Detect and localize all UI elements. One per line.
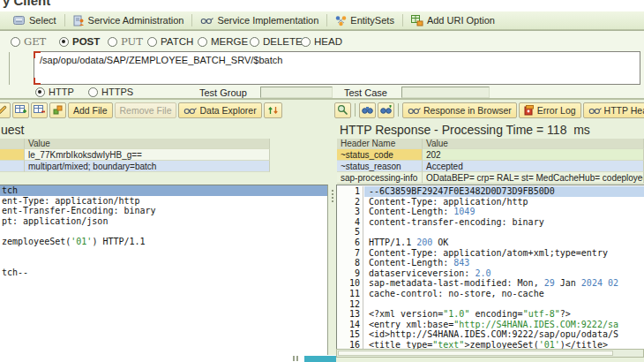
code-line: <?xml version="1.0" encoding="utf-8"?>: [364, 309, 644, 320]
toolbar-item-label: Service Implementation: [217, 15, 318, 26]
table-row[interactable]: multipart/mixed; boundary=batch: [0, 161, 270, 172]
data-explorer-button[interactable]: Data Explorer: [178, 102, 261, 118]
code-line: [364, 299, 644, 310]
radio-icon: [198, 37, 207, 47]
test-case-input[interactable]: [401, 87, 490, 98]
code-line: --6C3859BF29247F0E3482D0D73D9FB50D0: [364, 186, 644, 197]
table-row[interactable]: ~status_code202: [337, 149, 644, 161]
service-administration-icon: [73, 15, 85, 26]
title-bar: y Client: [0, 0, 644, 11]
toolbar-item-entitysets[interactable]: EntitySets: [327, 13, 402, 28]
table-cell: ~status_code: [337, 149, 423, 161]
code-line: ent-Transfer-Encoding: binary: [0, 206, 327, 216]
main-toolbar: SelectService AdministrationService Impl…: [0, 11, 644, 30]
toolbar-item-label: EntitySets: [350, 15, 394, 26]
response-body-editor[interactable]: 12345678910111213141516 --6C3859BF29247F…: [336, 185, 644, 349]
code-line: tch: [0, 185, 327, 196]
panel-toolbars-row: Add File Remove File Data Explorer Respo…: [0, 99, 644, 119]
app-title: y Client: [3, 0, 50, 8]
method-label: GET: [24, 35, 46, 48]
table-cell: ~status_reason: [337, 161, 423, 172]
remove-file-button[interactable]: Remove File: [115, 102, 177, 118]
toolbar-item-add-uri-option[interactable]: Add URI Option: [403, 13, 503, 28]
edit-icon-button[interactable]: [0, 102, 11, 118]
error-log-button[interactable]: Error Log: [519, 102, 581, 118]
table-plus-icon: [15, 104, 27, 116]
radio-icon: [108, 37, 117, 47]
scrollbar-thumb[interactable]: [338, 351, 613, 356]
line-number: 14: [337, 320, 360, 330]
pencil-icon: [0, 105, 8, 116]
divider: [9, 52, 10, 85]
table-cell: 202: [423, 149, 644, 161]
line-number: 13: [337, 309, 360, 320]
method-radio-put[interactable]: PUT: [108, 35, 147, 48]
request-panel-title: uest: [1, 123, 24, 137]
code-line: pt: application/json: [0, 216, 327, 227]
toolbar-item-service-implementation[interactable]: Service Implementation: [192, 13, 326, 28]
method-radio-get[interactable]: GET: [11, 35, 59, 48]
add-file-button[interactable]: Add File: [68, 102, 113, 118]
request-scrollbar-thumb[interactable]: [304, 356, 336, 362]
divider: [355, 103, 356, 117]
protocol-radio-https[interactable]: HTTPS: [88, 87, 133, 97]
error-log-icon: [524, 105, 535, 116]
code-line: Content-Length: 843: [364, 258, 644, 268]
method-radio-delete[interactable]: DELETE: [250, 36, 301, 47]
method-radio-merge[interactable]: MERGE: [198, 36, 250, 47]
line-number: 10: [337, 278, 360, 289]
sort-rows-button[interactable]: [264, 102, 282, 118]
blocks-icon: [53, 105, 64, 116]
table-cell: sap-processing-info: [337, 172, 423, 184]
find-button[interactable]: [359, 102, 376, 118]
request-uri-input[interactable]: /sap/opu/odata/SAP/ZEMPLOYEE_BATCH_SRV/$…: [34, 51, 640, 85]
method-radio-post[interactable]: POST: [59, 36, 108, 47]
code-line: dataserviceversion: 2.0: [364, 268, 644, 279]
protocol-radio-http[interactable]: HTTP: [35, 87, 74, 97]
toolbar-item-label: Select: [29, 15, 56, 26]
insert-row-button[interactable]: [12, 102, 29, 118]
binoculars-icon: [362, 105, 373, 115]
find-next-button[interactable]: [378, 102, 394, 118]
line-number: 15: [337, 329, 360, 340]
request-body-editor[interactable]: tchent-Type: application/httpent-Transfe…: [0, 185, 328, 362]
radio-icon: [147, 37, 157, 47]
method-radio-patch[interactable]: PATCH: [147, 36, 198, 47]
glasses-icon: [588, 106, 602, 115]
glasses-icon: [408, 106, 421, 115]
table-row[interactable]: ~status_reasonAccepted: [337, 161, 644, 172]
line-number-gutter: 12345678910111213141516: [337, 186, 363, 349]
panel-splitter[interactable]: [329, 185, 336, 362]
method-label: POST: [72, 36, 100, 47]
test-group-input[interactable]: [260, 87, 333, 98]
line-number: 4: [337, 217, 360, 228]
delete-row-button[interactable]: [31, 102, 48, 118]
table-row[interactable]: sap-processing-infoODataBEP= crp= RAL= s…: [337, 172, 644, 184]
radio-icon: [11, 37, 20, 47]
http-method-radio-group: GETPOSTPUTPATCHMERGEDELETEHEAD: [11, 35, 345, 48]
code-line: [364, 227, 644, 238]
line-number: 8: [337, 258, 360, 268]
method-label: DELETE: [263, 36, 303, 47]
response-horizontal-scrollbar[interactable]: [336, 349, 644, 358]
format-button[interactable]: [49, 102, 66, 118]
table-cell: [0, 139, 25, 149]
code-line: [0, 226, 327, 237]
code-line: <entry xml:base="http://S4HANA.IDES.COM:…: [364, 320, 644, 330]
method-radio-head[interactable]: HEAD: [301, 36, 345, 47]
method-label: MERGE: [211, 36, 248, 47]
toolbar-item-select[interactable]: Select: [5, 13, 64, 28]
protocol-row: HTTPHTTPS Test Group Test Case: [0, 87, 644, 100]
http-header-button[interactable]: HTTP Header: [583, 102, 644, 118]
table-row[interactable]: le_77KmrbIkoksdwIyHB_g==: [0, 149, 270, 161]
magnifier-icon: [337, 104, 348, 116]
check-response-button[interactable]: [334, 102, 351, 118]
response-in-browser-button[interactable]: Response in Browser: [402, 102, 517, 118]
method-label: PUT: [121, 35, 143, 48]
code-line: sap-metadata-last-modified: Mon, 29 Jan …: [364, 278, 644, 289]
up-down-arrows-icon: [267, 105, 279, 116]
table-cell: Header Name: [337, 139, 423, 149]
response-code-area: --6C3859BF29247F0E3482D0D73D9FB50D0Conte…: [364, 186, 644, 349]
toolbar-item-service-administration[interactable]: Service Administration: [65, 13, 192, 28]
request-config-panel: GETPOSTPUTPATCHMERGEDELETEHEAD /sap/opu/…: [0, 30, 644, 99]
